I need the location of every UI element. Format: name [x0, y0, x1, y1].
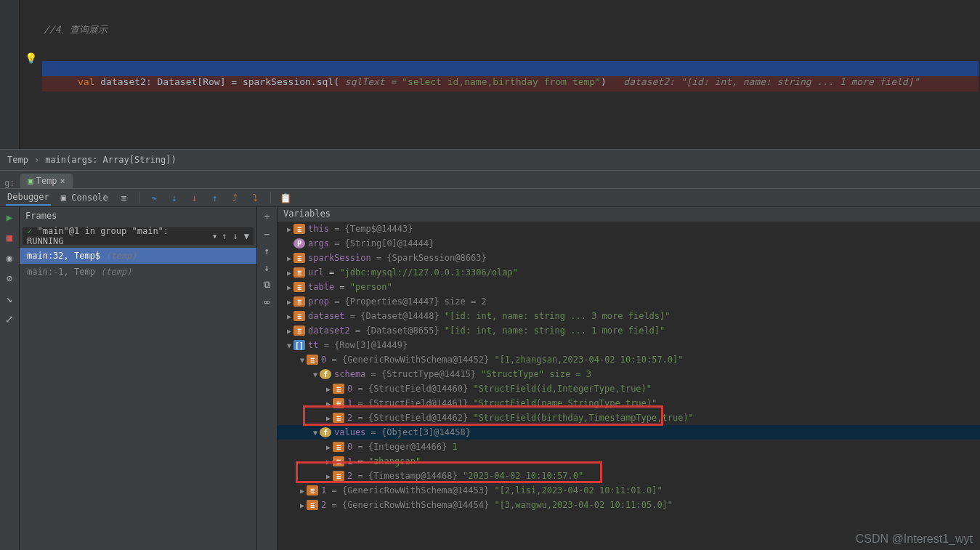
- tree-row-tt[interactable]: ▼[]tt = {Row[3]@14449}: [278, 338, 980, 352]
- tool-window-tabs: g: ▣ Temp ×: [0, 170, 980, 188]
- tree-row-values-0[interactable]: ▶≡0 = {Integer@14466} 1: [278, 440, 980, 454]
- tree-row-prop[interactable]: ▶≡prop = {Properties@14447} size = 2: [278, 294, 980, 309]
- view-breakpoints-icon[interactable]: ◉: [7, 252, 12, 264]
- variables-tree[interactable]: Variables ▶≡this = {Temp$@14443} Pargs =…: [278, 207, 980, 550]
- variables-panel: ＋ − ↑ ↓ ⧉ ∞ Variables ▶≡this = {Temp$@14…: [257, 207, 980, 550]
- tree-row-dataset2[interactable]: ▶≡dataset2 = {Dataset@8655} "[id: int, n…: [278, 323, 980, 338]
- frames-thread-label: "main"@1 in group "main": RUNNING: [27, 226, 169, 246]
- debug-side-strip: ▶ ■ ◉ ⊘ ↘ ⤢: [0, 207, 20, 550]
- settings-icon[interactable]: ↘: [7, 293, 12, 304]
- tab-debugger[interactable]: Debugger: [6, 190, 51, 206]
- code-lines: //4、查询展示 val dataset2: Dataset[Row] = sp…: [42, 0, 980, 149]
- tree-row-schema-2[interactable]: ▶≡2 = {StructField@14462} "StructField(b…: [278, 411, 980, 425]
- tree-row-this[interactable]: ▶≡this = {Temp$@14443}: [278, 222, 980, 236]
- tree-row-values[interactable]: ▼fvalues = {Object[3]@14458}: [278, 425, 980, 440]
- editor-gutter: [0, 0, 20, 149]
- tree-row-sparksession[interactable]: ▶≡sparkSession = {SparkSession@8663}: [278, 251, 980, 265]
- mute-breakpoints-icon[interactable]: ⊘: [7, 272, 12, 284]
- next-frame-icon[interactable]: ↓: [233, 231, 238, 241]
- frame-item[interactable]: main:32, Temp$ (temp): [20, 248, 256, 264]
- tree-row-schema-0[interactable]: ▶≡0 = {StructField@14460} "StructField(i…: [278, 381, 980, 396]
- breadcrumb-item[interactable]: Temp: [7, 155, 28, 165]
- infinite-icon[interactable]: ∞: [264, 296, 270, 307]
- breadcrumb[interactable]: Temp › main(args: Array[String]): [0, 149, 980, 170]
- step-out-icon[interactable]: ↑: [209, 192, 221, 203]
- toolwin-label: g:: [4, 178, 15, 188]
- tree-row-tt-0[interactable]: ▼≡0 = {GenericRowWithSchema@14452} "[1,z…: [278, 352, 980, 367]
- frames-thread-dropdown[interactable]: ✓ "main"@1 in group "main": RUNNING ▾ ↑ …: [23, 227, 254, 245]
- tree-row-schema-1[interactable]: ▶≡1 = {StructField@14461} "StructField(n…: [278, 396, 980, 411]
- tree-row-schema[interactable]: ▼fschema = {StructType@14415} "StructTyp…: [278, 367, 980, 381]
- filter-icon[interactable]: ▼: [244, 231, 249, 241]
- tree-row-tt-1[interactable]: ▶≡1 = {GenericRowWithSchema@14453} "[2,l…: [278, 483, 980, 498]
- up-icon[interactable]: ↑: [264, 246, 270, 256]
- tree-row-values-2[interactable]: ▶≡2 = {Timestamp@14468} "2023-04-02 10:1…: [278, 469, 980, 483]
- tree-row-dataset[interactable]: ▶≡dataset = {Dataset@14448} "[id: int, n…: [278, 309, 980, 323]
- evaluate-icon[interactable]: 📋: [280, 192, 291, 203]
- step-over-icon[interactable]: ↷: [148, 192, 160, 203]
- close-icon[interactable]: ×: [60, 176, 65, 186]
- chevron-down-icon: ▾: [212, 231, 217, 241]
- tree-row-args[interactable]: Pargs = {String[0]@14444}: [278, 236, 980, 251]
- separator: [139, 192, 139, 203]
- tree-row-tt-2[interactable]: ▶≡2 = {GenericRowWithSchema@14454} "[3,w…: [278, 498, 980, 512]
- stop-icon[interactable]: ■: [7, 232, 12, 243]
- code-editor[interactable]: 💡 //4、查询展示 val dataset2: Dataset[Row] = …: [0, 0, 980, 149]
- tool-tab-label: Temp: [36, 176, 57, 186]
- debug-toolbar: Debugger ▣ Console ≡ ↷ ↓ ↓ ↑ ⤴ ⤵ 📋: [0, 188, 980, 207]
- debug-body: ▶ ■ ◉ ⊘ ↘ ⤢ Frames ✓ "main"@1 in group "…: [0, 207, 980, 550]
- code-comment: //4、查询展示: [44, 24, 108, 35]
- down-icon[interactable]: ↓: [264, 262, 270, 273]
- step-into-icon[interactable]: ↓: [169, 192, 180, 203]
- tab-console[interactable]: ▣ Console: [60, 190, 110, 205]
- tree-row-url[interactable]: ▶≡url = "jdbc:mysql://127.0.0.1:3306/ola…: [278, 265, 980, 280]
- threads-icon[interactable]: ≡: [118, 192, 130, 203]
- frames-header: Frames: [20, 207, 256, 225]
- copy-icon[interactable]: ⧉: [264, 279, 270, 291]
- intention-bulb-icon[interactable]: 💡: [25, 52, 37, 64]
- watermark: CSDN @Interest1_wyt: [856, 533, 973, 546]
- run-config-icon: ▣: [28, 176, 33, 186]
- prev-frame-icon[interactable]: ↑: [222, 231, 227, 241]
- frame-item[interactable]: main:-1, Temp (temp): [20, 264, 256, 280]
- add-watch-icon[interactable]: ＋: [262, 210, 272, 223]
- tree-row-values-1[interactable]: ▶≡1 = "zhangsan": [278, 454, 980, 469]
- run-to-cursor-icon[interactable]: ⤵: [250, 192, 262, 203]
- remove-watch-icon[interactable]: −: [264, 229, 270, 240]
- force-step-into-icon[interactable]: ↓: [189, 192, 201, 203]
- check-icon: ✓: [27, 226, 37, 236]
- pin-tab-icon[interactable]: ⤢: [5, 313, 14, 325]
- variables-side-strip: ＋ − ↑ ↓ ⧉ ∞: [257, 207, 278, 550]
- breadcrumb-item[interactable]: main(args: Array[String]): [45, 155, 177, 165]
- resume-icon[interactable]: ▶: [7, 211, 12, 223]
- drop-frame-icon[interactable]: ⤴: [230, 192, 241, 203]
- tool-tab-temp[interactable]: ▣ Temp ×: [20, 174, 72, 188]
- separator: [270, 192, 271, 203]
- variables-header: Variables: [278, 207, 980, 222]
- chevron-right-icon: ›: [34, 155, 39, 165]
- tree-row-table[interactable]: ▶≡table = "person": [278, 280, 980, 294]
- frames-panel: Frames ✓ "main"@1 in group "main": RUNNI…: [20, 207, 257, 550]
